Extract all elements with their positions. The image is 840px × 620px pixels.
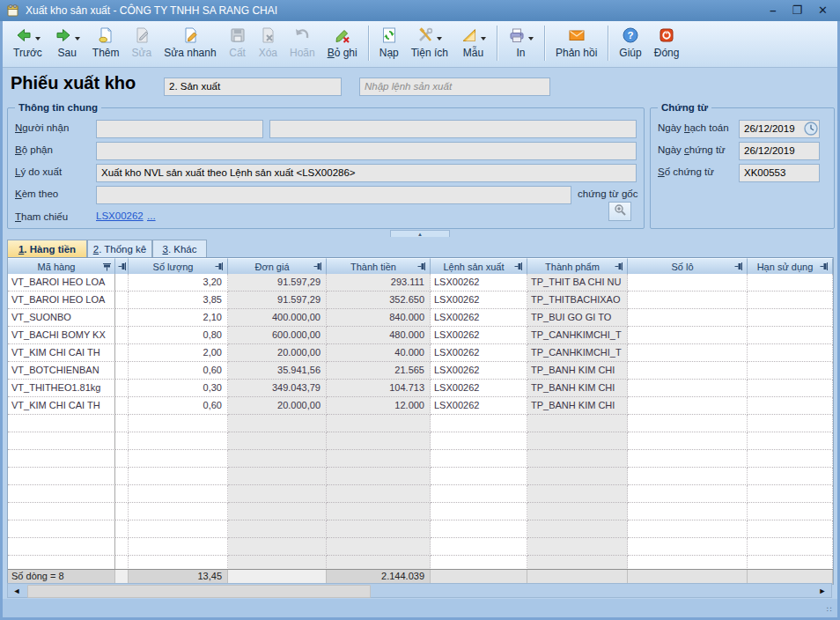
cell[interactable]: TP_BANH KIM CHI — [527, 362, 628, 380]
cell[interactable]: LSX00262 — [431, 274, 527, 292]
column-header-2[interactable]: Số lượng — [129, 258, 228, 274]
cell[interactable]: 20.000,00 — [228, 344, 327, 362]
toolbar-button-sua-nhanh[interactable]: Sửa nhanh — [158, 25, 222, 59]
cell[interactable]: VT_KIM CHI CAI TH — [8, 344, 115, 362]
cell[interactable]: LSX00262 — [431, 380, 527, 397]
recipient-name-field[interactable] — [269, 120, 637, 138]
scrollbar-thumb[interactable] — [27, 585, 371, 598]
column-header-3[interactable]: Đơn giá — [228, 258, 327, 274]
doc-no-field[interactable]: XK00553 — [739, 164, 820, 182]
tab-hang-tien[interactable]: 1. Hàng tiền — [7, 240, 87, 257]
cell[interactable] — [748, 380, 833, 397]
cell[interactable] — [628, 309, 748, 327]
column-header-8[interactable]: Hạn sử dụng — [748, 258, 833, 274]
cell[interactable] — [115, 397, 129, 415]
pin-icon[interactable] — [417, 262, 427, 271]
cell[interactable]: TP_THITBACHIXAO — [527, 292, 628, 309]
cell[interactable]: TP_THIT BA CHI NU — [527, 274, 628, 292]
cell[interactable]: VT_BAROI HEO LOA — [8, 292, 115, 309]
cell[interactable] — [748, 327, 833, 344]
attached-field[interactable] — [96, 186, 571, 204]
toolbar-button-bo-ghi[interactable]: Bỏ ghi — [321, 25, 364, 59]
cell[interactable] — [628, 380, 748, 397]
doc-date-field[interactable]: 26/12/2019 — [739, 142, 820, 160]
toolbar-button-tien-ich[interactable]: Tiện ích — [405, 25, 454, 59]
cell[interactable]: 3,85 — [129, 292, 228, 309]
cell[interactable]: VT_BAROI HEO LOA — [8, 274, 115, 292]
column-header-6[interactable]: Thành phẩm — [527, 258, 628, 274]
cell[interactable]: 2,00 — [129, 344, 228, 362]
cell[interactable]: TP_CANHKIMCHI_T — [527, 344, 628, 362]
pin-icon[interactable] — [313, 262, 323, 271]
toolbar-button-them[interactable]: Thêm — [86, 25, 126, 59]
cell[interactable] — [748, 309, 833, 327]
cell[interactable] — [115, 327, 129, 344]
cell[interactable]: 0,60 — [129, 362, 228, 380]
tab-khac[interactable]: 3. Khác — [152, 240, 207, 257]
scroll-left-icon[interactable]: ◄ — [10, 584, 24, 597]
cell[interactable] — [748, 362, 833, 380]
minimize-icon[interactable]: – — [770, 0, 776, 21]
pin-icon[interactable] — [615, 262, 624, 271]
cell[interactable]: VT_KIM CHI CAI TH — [8, 397, 115, 415]
column-header-1[interactable] — [115, 258, 129, 274]
clock-icon[interactable] — [804, 122, 818, 139]
toolbar-button-in[interactable]: In — [502, 25, 540, 59]
cell[interactable]: 840.000 — [327, 309, 431, 327]
cell[interactable]: VT_SUONBO — [8, 309, 115, 327]
cell[interactable] — [628, 327, 748, 344]
column-header-4[interactable]: Thành tiền — [327, 258, 431, 274]
cell[interactable] — [748, 397, 833, 415]
cell[interactable]: 293.111 — [327, 274, 431, 292]
toolbar-button-dong[interactable]: Đóng — [648, 25, 686, 59]
cell[interactable]: LSX00262 — [431, 292, 527, 309]
cell[interactable]: VT_BOTCHIENBAN — [8, 362, 115, 380]
cell[interactable] — [628, 397, 748, 415]
toolbar-button-phan-hoi[interactable]: Phản hồi — [549, 25, 603, 59]
cell[interactable]: 0,60 — [129, 397, 228, 415]
cell[interactable]: 2,10 — [129, 309, 228, 327]
cell[interactable]: TP_BANH KIM CHI — [527, 397, 628, 415]
doc-type-combo[interactable]: 2. Sản xuất — [164, 78, 342, 96]
department-field[interactable] — [96, 142, 637, 160]
reason-field[interactable]: Xuất kho NVL sản xuất theo Lệnh sản xuất… — [96, 164, 637, 182]
dropdown-caret-icon[interactable] — [35, 37, 41, 41]
cell[interactable] — [748, 274, 833, 292]
dropdown-caret-icon[interactable] — [528, 37, 534, 41]
toolbar-button-giup[interactable]: ?Giúp — [613, 25, 647, 59]
cell[interactable]: 0,30 — [129, 380, 228, 397]
pin-icon[interactable] — [215, 262, 225, 271]
splitter-collapse-button[interactable]: ▲ — [390, 230, 450, 237]
resize-grip-icon[interactable]: ∷ — [827, 607, 837, 617]
cell[interactable]: 12.000 — [327, 397, 431, 415]
cell[interactable] — [115, 292, 129, 309]
cell[interactable]: LSX00262 — [431, 397, 527, 415]
cell[interactable]: 91.597,29 — [228, 292, 327, 309]
cell[interactable]: LSX00262 — [431, 327, 527, 344]
cell[interactable]: 0,80 — [129, 327, 228, 344]
toolbar-button-nap[interactable]: Nạp — [373, 25, 405, 59]
close-icon[interactable]: ✕ — [818, 0, 828, 21]
cell[interactable]: LSX00262 — [431, 309, 527, 327]
cell[interactable]: TP_BANH KIM CHI — [527, 380, 628, 397]
cell[interactable] — [628, 292, 748, 309]
cell[interactable]: 400.000,00 — [228, 309, 327, 327]
cell[interactable]: 35.941,56 — [228, 362, 327, 380]
pin-icon[interactable] — [734, 262, 744, 271]
column-header-7[interactable]: Số lô — [628, 258, 748, 274]
cell[interactable]: VT_BACHI BOMY KX — [8, 327, 115, 344]
cell[interactable]: TP_CANHKIMCHI_T — [527, 327, 628, 344]
dropdown-caret-icon[interactable] — [481, 37, 486, 41]
dropdown-caret-icon[interactable] — [75, 37, 80, 41]
toolbar-button-truoc[interactable]: Trước — [7, 25, 48, 59]
cell[interactable]: 20.000,00 — [228, 397, 327, 415]
column-header-5[interactable]: Lệnh sản xuất — [431, 258, 527, 274]
cell[interactable]: VT_THITHEO1.81kg — [8, 380, 115, 397]
cell[interactable]: LSX00262 — [431, 344, 527, 362]
cell[interactable] — [115, 380, 129, 397]
cell[interactable]: LSX00262 — [431, 362, 527, 380]
attach-search-button[interactable] — [608, 202, 631, 221]
cell[interactable]: 104.713 — [327, 380, 431, 397]
cell[interactable]: 40.000 — [327, 344, 431, 362]
pin-vertical-icon[interactable] — [102, 262, 112, 271]
